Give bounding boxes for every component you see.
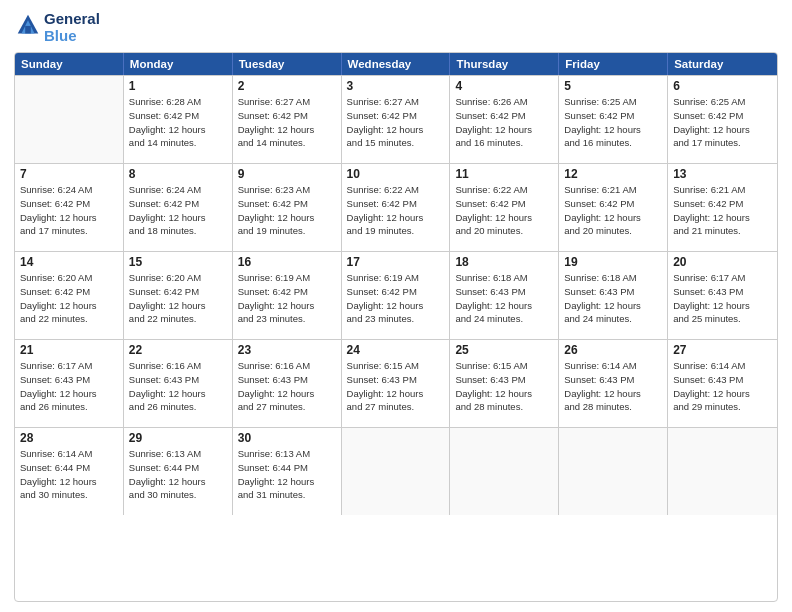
calendar-cell: 17Sunrise: 6:19 AMSunset: 6:42 PMDayligh… (342, 252, 451, 339)
calendar-week-4: 21Sunrise: 6:17 AMSunset: 6:43 PMDayligh… (15, 339, 777, 427)
day-info: Sunrise: 6:18 AMSunset: 6:43 PMDaylight:… (455, 271, 553, 326)
day-info: Sunrise: 6:17 AMSunset: 6:43 PMDaylight:… (20, 359, 118, 414)
calendar-cell: 28Sunrise: 6:14 AMSunset: 6:44 PMDayligh… (15, 428, 124, 515)
day-info: Sunrise: 6:14 AMSunset: 6:44 PMDaylight:… (20, 447, 118, 502)
day-number: 21 (20, 343, 118, 357)
calendar-cell: 24Sunrise: 6:15 AMSunset: 6:43 PMDayligh… (342, 340, 451, 427)
day-number: 18 (455, 255, 553, 269)
day-info: Sunrise: 6:24 AMSunset: 6:42 PMDaylight:… (129, 183, 227, 238)
day-info: Sunrise: 6:14 AMSunset: 6:43 PMDaylight:… (673, 359, 772, 414)
day-info: Sunrise: 6:19 AMSunset: 6:42 PMDaylight:… (238, 271, 336, 326)
day-info: Sunrise: 6:27 AMSunset: 6:42 PMDaylight:… (347, 95, 445, 150)
day-number: 7 (20, 167, 118, 181)
day-number: 3 (347, 79, 445, 93)
calendar-week-3: 14Sunrise: 6:20 AMSunset: 6:42 PMDayligh… (15, 251, 777, 339)
day-number: 29 (129, 431, 227, 445)
calendar-cell: 15Sunrise: 6:20 AMSunset: 6:42 PMDayligh… (124, 252, 233, 339)
day-info: Sunrise: 6:15 AMSunset: 6:43 PMDaylight:… (455, 359, 553, 414)
calendar-cell: 9Sunrise: 6:23 AMSunset: 6:42 PMDaylight… (233, 164, 342, 251)
day-info: Sunrise: 6:19 AMSunset: 6:42 PMDaylight:… (347, 271, 445, 326)
header-day-monday: Monday (124, 53, 233, 75)
day-number: 12 (564, 167, 662, 181)
day-info: Sunrise: 6:24 AMSunset: 6:42 PMDaylight:… (20, 183, 118, 238)
day-number: 22 (129, 343, 227, 357)
day-number: 19 (564, 255, 662, 269)
day-info: Sunrise: 6:14 AMSunset: 6:43 PMDaylight:… (564, 359, 662, 414)
day-number: 10 (347, 167, 445, 181)
calendar-cell: 8Sunrise: 6:24 AMSunset: 6:42 PMDaylight… (124, 164, 233, 251)
calendar-cell (450, 428, 559, 515)
day-number: 17 (347, 255, 445, 269)
day-info: Sunrise: 6:16 AMSunset: 6:43 PMDaylight:… (238, 359, 336, 414)
day-number: 9 (238, 167, 336, 181)
header-day-sunday: Sunday (15, 53, 124, 75)
day-info: Sunrise: 6:15 AMSunset: 6:43 PMDaylight:… (347, 359, 445, 414)
day-number: 28 (20, 431, 118, 445)
calendar-cell: 22Sunrise: 6:16 AMSunset: 6:43 PMDayligh… (124, 340, 233, 427)
calendar-cell: 3Sunrise: 6:27 AMSunset: 6:42 PMDaylight… (342, 76, 451, 163)
calendar-cell: 4Sunrise: 6:26 AMSunset: 6:42 PMDaylight… (450, 76, 559, 163)
calendar-week-1: 1Sunrise: 6:28 AMSunset: 6:42 PMDaylight… (15, 75, 777, 163)
calendar-cell: 30Sunrise: 6:13 AMSunset: 6:44 PMDayligh… (233, 428, 342, 515)
day-info: Sunrise: 6:20 AMSunset: 6:42 PMDaylight:… (129, 271, 227, 326)
day-number: 15 (129, 255, 227, 269)
day-info: Sunrise: 6:26 AMSunset: 6:42 PMDaylight:… (455, 95, 553, 150)
calendar-cell (668, 428, 777, 515)
logo-icon (14, 11, 42, 39)
day-info: Sunrise: 6:13 AMSunset: 6:44 PMDaylight:… (129, 447, 227, 502)
header-day-saturday: Saturday (668, 53, 777, 75)
day-number: 8 (129, 167, 227, 181)
svg-rect-2 (25, 26, 31, 33)
day-number: 5 (564, 79, 662, 93)
day-info: Sunrise: 6:18 AMSunset: 6:43 PMDaylight:… (564, 271, 662, 326)
day-number: 27 (673, 343, 772, 357)
page: General Blue SundayMondayTuesdayWednesda… (0, 0, 792, 612)
day-number: 16 (238, 255, 336, 269)
header-day-friday: Friday (559, 53, 668, 75)
day-info: Sunrise: 6:28 AMSunset: 6:42 PMDaylight:… (129, 95, 227, 150)
calendar: SundayMondayTuesdayWednesdayThursdayFrid… (14, 52, 778, 602)
calendar-cell: 12Sunrise: 6:21 AMSunset: 6:42 PMDayligh… (559, 164, 668, 251)
header-day-wednesday: Wednesday (342, 53, 451, 75)
calendar-cell: 10Sunrise: 6:22 AMSunset: 6:42 PMDayligh… (342, 164, 451, 251)
header: General Blue (14, 10, 778, 44)
day-info: Sunrise: 6:25 AMSunset: 6:42 PMDaylight:… (564, 95, 662, 150)
calendar-cell: 23Sunrise: 6:16 AMSunset: 6:43 PMDayligh… (233, 340, 342, 427)
calendar-cell: 6Sunrise: 6:25 AMSunset: 6:42 PMDaylight… (668, 76, 777, 163)
calendar-cell: 25Sunrise: 6:15 AMSunset: 6:43 PMDayligh… (450, 340, 559, 427)
day-info: Sunrise: 6:21 AMSunset: 6:42 PMDaylight:… (673, 183, 772, 238)
day-info: Sunrise: 6:22 AMSunset: 6:42 PMDaylight:… (455, 183, 553, 238)
day-number: 20 (673, 255, 772, 269)
day-number: 13 (673, 167, 772, 181)
day-number: 23 (238, 343, 336, 357)
calendar-cell: 5Sunrise: 6:25 AMSunset: 6:42 PMDaylight… (559, 76, 668, 163)
calendar-cell: 14Sunrise: 6:20 AMSunset: 6:42 PMDayligh… (15, 252, 124, 339)
logo-text: General Blue (44, 10, 100, 44)
day-number: 11 (455, 167, 553, 181)
day-number: 30 (238, 431, 336, 445)
calendar-cell (342, 428, 451, 515)
day-number: 14 (20, 255, 118, 269)
day-info: Sunrise: 6:13 AMSunset: 6:44 PMDaylight:… (238, 447, 336, 502)
calendar-cell: 16Sunrise: 6:19 AMSunset: 6:42 PMDayligh… (233, 252, 342, 339)
day-number: 2 (238, 79, 336, 93)
calendar-week-5: 28Sunrise: 6:14 AMSunset: 6:44 PMDayligh… (15, 427, 777, 515)
calendar-header: SundayMondayTuesdayWednesdayThursdayFrid… (15, 53, 777, 75)
day-number: 6 (673, 79, 772, 93)
calendar-cell (559, 428, 668, 515)
day-number: 4 (455, 79, 553, 93)
day-info: Sunrise: 6:21 AMSunset: 6:42 PMDaylight:… (564, 183, 662, 238)
calendar-cell: 13Sunrise: 6:21 AMSunset: 6:42 PMDayligh… (668, 164, 777, 251)
calendar-body: 1Sunrise: 6:28 AMSunset: 6:42 PMDaylight… (15, 75, 777, 515)
day-info: Sunrise: 6:25 AMSunset: 6:42 PMDaylight:… (673, 95, 772, 150)
calendar-cell: 11Sunrise: 6:22 AMSunset: 6:42 PMDayligh… (450, 164, 559, 251)
header-day-tuesday: Tuesday (233, 53, 342, 75)
day-number: 1 (129, 79, 227, 93)
day-info: Sunrise: 6:23 AMSunset: 6:42 PMDaylight:… (238, 183, 336, 238)
calendar-cell: 29Sunrise: 6:13 AMSunset: 6:44 PMDayligh… (124, 428, 233, 515)
day-info: Sunrise: 6:22 AMSunset: 6:42 PMDaylight:… (347, 183, 445, 238)
calendar-cell: 19Sunrise: 6:18 AMSunset: 6:43 PMDayligh… (559, 252, 668, 339)
calendar-cell: 27Sunrise: 6:14 AMSunset: 6:43 PMDayligh… (668, 340, 777, 427)
day-number: 26 (564, 343, 662, 357)
header-day-thursday: Thursday (450, 53, 559, 75)
